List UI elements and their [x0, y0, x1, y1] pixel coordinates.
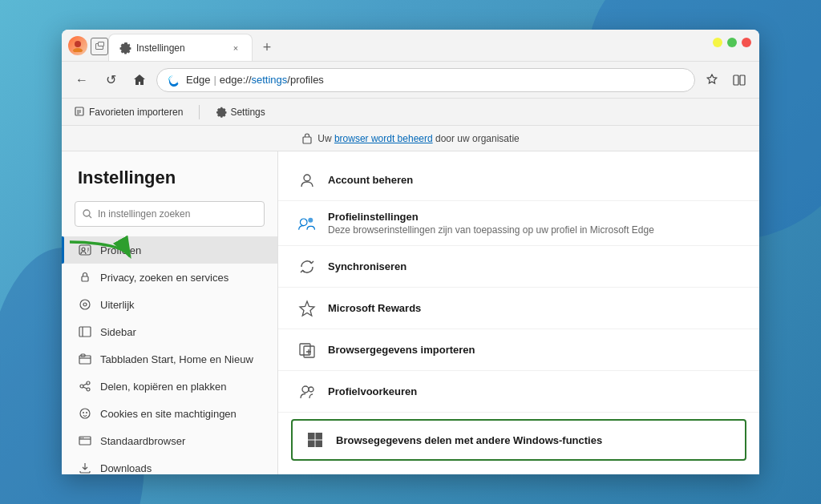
settings-item-browsergegevens-importeren[interactable]: Browsergegevens importeren	[278, 329, 759, 371]
bookmarks-bar: Favorieten importeren Settings	[62, 99, 759, 126]
synchroniseren-icon	[297, 257, 317, 276]
right-content: Account beheren	[278, 151, 759, 474]
address-text: Edge|edge://settings/profiles	[186, 74, 324, 86]
cookies-icon	[78, 406, 92, 421]
bookmark-import-favorites[interactable]: Favorieten importeren	[71, 105, 186, 119]
split-view-button[interactable]	[727, 68, 751, 92]
account-beheren-title: Account beheren	[328, 174, 740, 186]
nav-item-tabbladen[interactable]: Tabbladen Start, Home en Nieuw	[62, 345, 277, 373]
svg-rect-5	[303, 137, 311, 143]
profielinstellingen-text: Profielinstellingen Deze browserinstelli…	[328, 211, 740, 236]
profielinstellingen-title: Profielinstellingen	[328, 211, 740, 223]
bookmark-settings[interactable]: Settings	[212, 105, 268, 119]
window-controls	[713, 38, 751, 47]
managed-text: Uw browser wordt beheerd door uw organis…	[317, 133, 519, 144]
nav-label-downloads: Downloads	[100, 462, 152, 474]
nav-item-delen[interactable]: Delen, kopiëren en plakken	[62, 373, 277, 400]
settings-item-profielvoorkeuren[interactable]: Profielvoorkeuren	[278, 371, 759, 413]
favorites-button[interactable]	[700, 68, 724, 92]
search-box[interactable]	[75, 201, 265, 227]
svg-rect-9	[82, 276, 88, 281]
settings-item-account-beheren[interactable]: Account beheren	[278, 159, 759, 201]
nav-label-delen: Delen, kopiëren en plakken	[100, 381, 227, 393]
svg-rect-12	[79, 327, 91, 337]
nav-item-standaardbrowser[interactable]: Standaardbrowser	[62, 427, 277, 454]
edge-logo-icon	[167, 74, 180, 87]
tab-manager-icon[interactable]	[91, 38, 108, 55]
svg-point-16	[80, 385, 83, 388]
address-separator: |	[213, 74, 216, 86]
tab-title: Instellingen	[136, 42, 224, 54]
refresh-button[interactable]: ↺	[99, 68, 123, 92]
svg-rect-31	[308, 433, 315, 440]
browsegegevens-delen-icon	[305, 430, 325, 450]
svg-rect-2	[734, 75, 738, 85]
sidebar-nav: Instellingen	[62, 151, 278, 474]
nav-label-cookies: Cookies en site machtigingen	[100, 408, 237, 420]
maximize-button[interactable]	[727, 38, 737, 47]
microsoft-rewards-title: Microsoft Rewards	[328, 302, 740, 314]
close-button[interactable]	[742, 38, 751, 47]
bookmarks-separator	[199, 105, 200, 119]
bookmark-settings-label: Settings	[230, 107, 265, 118]
toolbar: ← ↺ Edge|edge://settings/profiles	[62, 62, 759, 99]
svg-point-18	[80, 409, 90, 418]
nav-label-tabbladen: Tabbladen Start, Home en Nieuw	[100, 353, 253, 365]
browser-window: Instellingen × + ← ↺	[62, 30, 759, 474]
home-button[interactable]	[127, 68, 152, 92]
profile-avatar[interactable]	[68, 36, 87, 55]
settings-bookmark-icon	[216, 107, 227, 118]
nav-item-privacy[interactable]: Privacy, zoeken en services	[62, 264, 277, 291]
settings-item-microsoft-rewards[interactable]: Microsoft Rewards	[278, 288, 759, 329]
synchroniseren-title: Synchroniseren	[328, 260, 740, 272]
svg-point-15	[87, 381, 90, 385]
back-button[interactable]: ←	[70, 68, 94, 92]
nav-label-sidebar: Sidebar	[100, 326, 136, 338]
managed-link[interactable]: browser wordt beheerd	[334, 133, 433, 144]
microsoft-rewards-icon	[297, 299, 317, 318]
profielvoorkeuren-icon	[297, 382, 317, 401]
svg-point-26	[308, 217, 313, 222]
active-tab[interactable]: Instellingen ×	[108, 34, 253, 61]
minimize-button[interactable]	[713, 38, 722, 47]
svg-point-19	[83, 412, 84, 413]
profielinstellingen-icon	[297, 214, 317, 233]
tabbladen-icon	[78, 352, 92, 366]
browsergegevens-importeren-icon	[297, 341, 317, 360]
managed-bar: Uw browser wordt beheerd door uw organis…	[62, 126, 759, 151]
settings-item-synchroniseren[interactable]: Synchroniseren	[278, 246, 759, 288]
svg-point-0	[75, 41, 81, 47]
nav-label-standaardbrowser: Standaardbrowser	[100, 435, 185, 447]
nav-label-uiterlijk: Uiterlijk	[100, 299, 135, 311]
search-icon	[82, 208, 93, 220]
toolbar-right	[700, 68, 751, 92]
svg-point-22	[80, 437, 81, 438]
home-icon	[133, 74, 146, 87]
nav-item-profielen[interactable]: Profielen	[62, 236, 277, 264]
settings-item-browsegegevens-delen[interactable]: Browsegegevens delen met andere Windows-…	[291, 419, 746, 461]
managed-icon	[301, 133, 313, 144]
nav-item-cookies[interactable]: Cookies en site machtigingen	[62, 400, 277, 427]
nav-item-sidebar[interactable]: Sidebar	[62, 318, 277, 345]
svg-point-30	[309, 387, 313, 392]
privacy-icon	[78, 270, 92, 284]
content-area: Instellingen	[62, 151, 759, 474]
split-view-icon	[733, 74, 746, 87]
import-icon	[75, 107, 86, 118]
downloads-icon	[78, 461, 92, 474]
tab-close-button[interactable]: ×	[229, 42, 242, 54]
profielvoorkeuren-text: Profielvoorkeuren	[328, 385, 740, 397]
settings-item-profielinstellingen[interactable]: Profielinstellingen Deze browserinstelli…	[278, 201, 759, 246]
svg-point-17	[87, 388, 90, 391]
address-bar[interactable]: Edge|edge://settings/profiles	[156, 68, 695, 92]
main-content: Uw browser wordt beheerd door uw organis…	[62, 126, 759, 474]
nav-item-uiterlijk[interactable]: Uiterlijk	[62, 291, 277, 318]
new-tab-button[interactable]: +	[256, 36, 278, 58]
nav-item-downloads[interactable]: Downloads	[62, 454, 277, 474]
svg-point-10	[80, 300, 90, 309]
nav-label-profielen: Profielen	[100, 244, 141, 256]
sidebar-nav-icon	[78, 325, 92, 339]
title-bar: Instellingen × +	[62, 30, 759, 62]
search-input[interactable]	[98, 208, 257, 220]
svg-point-1	[73, 48, 83, 52]
